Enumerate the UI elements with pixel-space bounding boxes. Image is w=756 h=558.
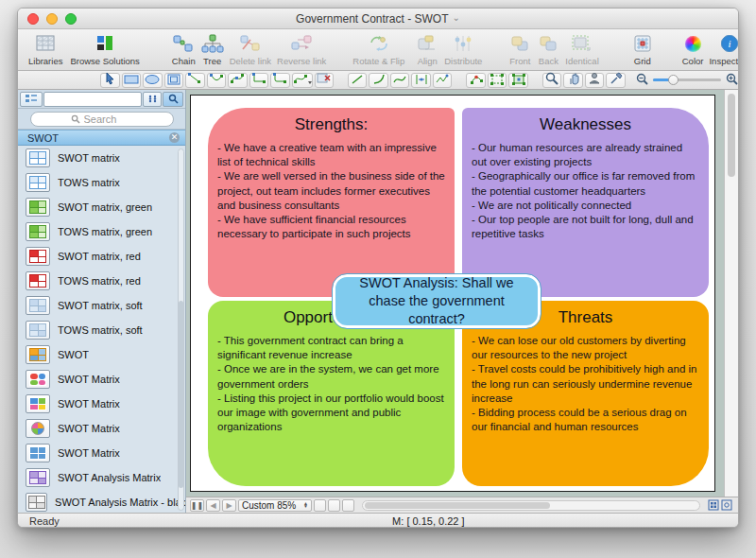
zoom-out-icon[interactable] xyxy=(636,72,648,89)
vertical-scrollbar[interactable] xyxy=(724,90,738,497)
pause-pages-button[interactable]: ❚❚ xyxy=(190,499,204,512)
toolbar-tree[interactable]: Tree xyxy=(198,32,227,66)
zoom-slider-thumb[interactable] xyxy=(668,75,679,85)
shape-list-item[interactable]: SWOT Matrix xyxy=(18,416,185,441)
prev-page-button[interactable]: ◀ xyxy=(206,499,220,512)
line-tool-button[interactable] xyxy=(348,73,368,88)
connector-curve-button[interactable] xyxy=(292,73,313,88)
quadrant-weaknesses[interactable]: Weaknesses - Our human resources are alr… xyxy=(462,108,709,297)
shape-list-item[interactable]: SWOT Analysis Matrix - black ... xyxy=(18,490,185,513)
shape-list-item[interactable]: SWOT matrix, green xyxy=(18,195,185,219)
shape-list-item[interactable]: TOWS matrix, green xyxy=(18,219,185,244)
grid-icon xyxy=(633,32,652,55)
zoom-slider[interactable] xyxy=(653,78,721,81)
toolbar-front[interactable]: Front xyxy=(506,32,534,66)
toolbar-inspectors[interactable]: i Inspectors xyxy=(706,32,739,66)
library-name-field[interactable] xyxy=(43,92,142,107)
reshape-group-button[interactable] xyxy=(508,73,528,88)
arc-tool-button[interactable] xyxy=(369,73,388,88)
overview-window-icon[interactable] xyxy=(721,499,732,511)
search-box[interactable] xyxy=(30,112,174,127)
pan-tool-button[interactable] xyxy=(563,73,583,88)
close-library-icon[interactable]: ✕ xyxy=(169,132,180,143)
svg-text:i: i xyxy=(729,38,731,49)
shape-list-item[interactable]: SWOT matrix, red xyxy=(18,244,185,269)
delete-shape-icon xyxy=(317,72,332,89)
zoom-level-select[interactable]: Custom 85% ▲▼ xyxy=(238,499,312,512)
next-page-button[interactable]: ▶ xyxy=(222,499,236,512)
connector-round-button[interactable] xyxy=(270,73,290,88)
toolbar-distribute[interactable]: Distribute xyxy=(441,32,485,66)
handle-tool-button[interactable] xyxy=(411,73,431,88)
toolbar-back[interactable]: Back xyxy=(534,32,562,66)
shape-list-item[interactable]: SWOT matrix xyxy=(18,146,185,170)
zoom-tool-button[interactable] xyxy=(542,73,562,88)
toolbar-chain[interactable]: Chain xyxy=(169,32,198,66)
connector-smart-button[interactable] xyxy=(249,73,269,88)
connector-arc-button[interactable] xyxy=(207,73,227,88)
toolbar-libraries[interactable]: Libraries xyxy=(26,32,65,66)
close-button[interactable] xyxy=(27,13,39,25)
quadrant-opportunities[interactable]: Opportunities - This government contract… xyxy=(208,301,455,486)
presenter-tool-button[interactable] xyxy=(585,73,605,88)
title-chevron-icon[interactable]: ⌄ xyxy=(452,12,459,23)
eyedropper-tool-button[interactable] xyxy=(606,73,626,88)
shape-list-item[interactable]: SWOT Matrix xyxy=(18,441,185,465)
toolbar-browse-solutions[interactable]: Browse Solutions xyxy=(67,32,142,66)
reshape-select-button[interactable] xyxy=(488,73,507,88)
page-view-button-1[interactable] xyxy=(314,499,326,512)
minimize-button[interactable] xyxy=(46,13,58,25)
frame-tool-button[interactable] xyxy=(164,73,184,88)
pan-window-icon[interactable] xyxy=(708,499,719,511)
horizontal-scrollbar[interactable] xyxy=(362,500,700,511)
shape-list-item[interactable]: SWOT Matrix xyxy=(18,367,185,392)
delete-link-icon xyxy=(239,32,262,55)
pointer-tool-button[interactable] xyxy=(100,73,120,88)
page-view-button-3[interactable] xyxy=(342,499,354,512)
toolbar-color[interactable]: Color xyxy=(679,32,707,66)
shape-list-item[interactable]: TOWS matrix xyxy=(18,170,185,195)
sidebar-scroll-thumb[interactable] xyxy=(179,301,183,488)
diagram-center-callout[interactable]: SWOT Analysis: Shall we chase the govern… xyxy=(333,274,541,328)
matrix-soft-icon xyxy=(26,321,50,340)
quadrant-strengths[interactable]: Strengths: - We have a creative team wit… xyxy=(208,108,455,297)
toolbar-reverse-link[interactable]: Reverse link xyxy=(274,32,329,66)
shape-list-item[interactable]: TOWS matrix, soft xyxy=(18,318,185,342)
quadrant-threats[interactable]: Threats - We can lose our old customers … xyxy=(462,301,709,486)
grid-view-icon xyxy=(148,95,157,103)
page-view-button-2[interactable] xyxy=(328,499,340,512)
zoom-in-icon[interactable] xyxy=(726,72,738,89)
ellipse-tool-button[interactable] xyxy=(143,73,163,88)
spline-tool-button[interactable] xyxy=(390,73,410,88)
color-wheel-icon xyxy=(685,36,701,52)
toolbar-delete-link[interactable]: Delete link xyxy=(227,32,274,66)
shape-list-item[interactable]: SWOT xyxy=(18,342,185,367)
matrix-green-icon xyxy=(26,198,50,217)
shape-list-item[interactable]: SWOT Matrix xyxy=(18,392,185,416)
library-tree-button[interactable] xyxy=(20,92,43,107)
distribute-icon xyxy=(452,32,474,55)
reshape-add-button[interactable] xyxy=(466,73,486,88)
library-grid-view-button[interactable] xyxy=(143,92,162,107)
rectangle-tool-button[interactable] xyxy=(122,73,142,88)
document-page[interactable]: Strengths: - We have a creative team wit… xyxy=(190,95,715,492)
toolbar-grid[interactable]: Grid xyxy=(630,32,655,66)
connector-direct-button[interactable] xyxy=(185,73,205,88)
search-input[interactable] xyxy=(84,113,133,125)
shape-list-item[interactable]: SWOT matrix, soft xyxy=(18,293,185,318)
titlebar[interactable]: Government Contract - SWOT ⌄ xyxy=(18,9,738,29)
vertical-scroll-thumb[interactable] xyxy=(728,94,735,177)
library-search-button[interactable] xyxy=(163,92,183,107)
sidebar-scrollbar[interactable] xyxy=(178,148,184,511)
toolbar-rotate-flip[interactable]: Rotate & Flip xyxy=(350,32,407,66)
fullscreen-button[interactable] xyxy=(65,13,77,25)
scribble-tool-button[interactable] xyxy=(433,73,453,88)
toolbar-identical[interactable]: Identical xyxy=(562,32,601,66)
library-section-header[interactable]: SWOT ✕ xyxy=(18,130,185,146)
shape-list-item[interactable]: SWOT Analysis Matrix xyxy=(18,465,185,490)
horizontal-scroll-thumb[interactable] xyxy=(365,502,550,509)
toolbar-align[interactable]: Align xyxy=(413,32,441,66)
shape-list-item[interactable]: TOWS matrix, red xyxy=(18,269,185,293)
connector-bezier-button[interactable] xyxy=(228,73,248,88)
delete-shape-button[interactable] xyxy=(315,73,335,88)
